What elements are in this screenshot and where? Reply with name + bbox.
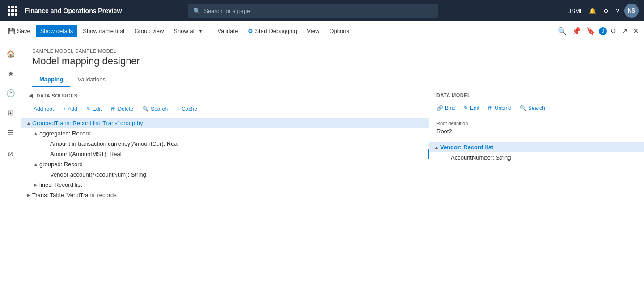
show-details-button[interactable]: Show details (36, 25, 78, 37)
cmd-separator-1 (210, 26, 210, 37)
tree-item-label: lines: Record list (39, 181, 425, 188)
root-def-value: Root2 (436, 128, 637, 135)
tree-toggle-icon: ▲ (433, 145, 440, 150)
tab-mapping[interactable]: Mapping (32, 72, 70, 87)
ds-panel-title: ◀ DATA SOURCES (21, 87, 429, 102)
tab-validations[interactable]: Validations (70, 72, 113, 87)
cmd-search-icon[interactable]: 🔍 (556, 25, 568, 37)
page-title: Model mapping designer (32, 55, 633, 67)
cmd-popout-icon[interactable]: ↗ (620, 25, 629, 37)
tree-item[interactable]: AccountNumber: String (429, 152, 644, 163)
sidebar-item-recent[interactable]: 🕐 (2, 84, 20, 102)
cmd-close-icon[interactable]: ✕ (631, 25, 640, 37)
data-model-panel: DATA MODEL 🔗 Bind ✎ Edit 🗑 Unbind (429, 87, 644, 299)
ds-search-icon: 🔍 (142, 106, 149, 112)
tree-item[interactable]: ▶ Trans: Table 'VendTrans' records (21, 190, 429, 200)
tree-item[interactable]: ▲ GroupedTrans: Record list 'Trans' grou… (21, 118, 429, 128)
cmd-refresh-icon[interactable]: ↺ (609, 25, 618, 37)
view-button[interactable]: View (302, 25, 324, 37)
cmd-bookmark-icon[interactable]: 🔖 (585, 25, 597, 37)
tree-item-label: grouped: Record (39, 161, 425, 168)
cmd-pin-icon[interactable]: 📌 (570, 25, 583, 37)
sidebar-filter-icon[interactable]: ⊘ (2, 145, 20, 163)
bind-button[interactable]: 🔗 Bind (433, 103, 459, 113)
cmd-badge: 0 (599, 27, 607, 35)
tree-item[interactable]: ▶ lines: Record list (21, 180, 429, 190)
add-root-button[interactable]: + Add root (25, 104, 57, 114)
group-view-button[interactable]: Group view (130, 25, 169, 37)
tree-item[interactable]: Amount in transaction currency(AmountCur… (21, 139, 429, 149)
tree-toggle-icon: ▲ (25, 121, 32, 126)
ds-search-button[interactable]: 🔍 Search (139, 104, 171, 114)
global-search[interactable]: 🔍 Search for a page (188, 4, 438, 18)
delete-button[interactable]: 🗑 Delete (107, 104, 137, 114)
tree-item-label: AccountNumber: String (451, 154, 640, 161)
add-icon: + (63, 106, 66, 112)
split-content: ◀ DATA SOURCES + Add root + Add ✎ Edit (21, 87, 644, 299)
tree-toggle-icon: ▶ (25, 193, 32, 198)
tree-toggle-icon: ▲ (32, 162, 39, 167)
unbind-button[interactable]: 🗑 Unbind (484, 103, 515, 113)
data-sources-panel: ◀ DATA SOURCES + Add root + Add ✎ Edit (21, 87, 429, 299)
save-icon: 💾 (8, 28, 15, 34)
page-header: SAMPLE MODEL SAMPLE MODEL Model mapping … (21, 41, 644, 87)
settings-icon[interactable]: ⚙ (602, 6, 610, 16)
search-icon: 🔍 (193, 8, 200, 14)
ds-collapse-button[interactable]: ◀ (29, 93, 33, 99)
ds-toolbar: + Add root + Add ✎ Edit 🗑 Delete (21, 102, 429, 116)
options-button[interactable]: Options (325, 25, 354, 37)
top-nav-right: USMF 🔔 ⚙ ? NS (567, 4, 639, 18)
ds-tree: ▲ GroupedTrans: Record list 'Trans' grou… (21, 116, 429, 299)
show-all-button[interactable]: Show all ▼ (169, 25, 207, 37)
dm-search-icon: 🔍 (520, 105, 526, 111)
content-area: SAMPLE MODEL SAMPLE MODEL Model mapping … (21, 41, 644, 299)
cache-button[interactable]: + Cache (173, 104, 201, 114)
start-debugging-button[interactable]: ⚙ Start Debugging (243, 25, 301, 37)
save-button[interactable]: 💾 Save (4, 25, 35, 37)
tree-item-label: aggregated: Record (39, 130, 425, 137)
root-def-label: Root definition (436, 121, 637, 126)
dm-tree: ▲ Vendor: Record list AccountNumber: Str… (429, 140, 644, 299)
tree-item[interactable]: ▲ aggregated: Record (21, 128, 429, 139)
dm-panel-title: DATA MODEL (429, 87, 644, 101)
tree-item-label: Amount in transaction currency(AmountCur… (50, 140, 425, 147)
dm-edit-icon: ✎ (464, 105, 468, 111)
show-name-first-button[interactable]: Show name first (78, 25, 129, 37)
cache-icon: + (177, 106, 180, 112)
add-root-icon: + (29, 106, 32, 112)
tree-toggle-icon: ▲ (32, 131, 39, 136)
tree-toggle-icon: ▶ (32, 182, 39, 187)
page-tabs: Mapping Validations (32, 72, 633, 87)
edit-icon: ✎ (86, 106, 91, 112)
app-title: Finance and Operations Preview (25, 7, 122, 14)
root-definition-section: Root definition Root2 (429, 115, 644, 140)
avatar[interactable]: NS (624, 4, 639, 18)
debug-icon: ⚙ (248, 28, 253, 34)
tree-item-label: Vendor account(AccountNum): String (50, 171, 425, 178)
sidebar-item-workspaces[interactable]: ⊞ (2, 104, 20, 122)
tree-item[interactable]: Amount(AmountMST): Real (21, 149, 429, 159)
tree-item-label: Trans: Table 'VendTrans' records (32, 192, 425, 198)
sidebar-item-home[interactable]: 🏠 (2, 45, 20, 63)
dm-edit-button[interactable]: ✎ Edit (460, 103, 483, 113)
add-button[interactable]: + Add (59, 104, 80, 114)
main-layout: 🏠 ★ 🕐 ⊞ ☰ ⊘ SAMPLE MODEL SAMPLE MODEL Mo… (0, 41, 644, 299)
sidebar-item-favorites[interactable]: ★ (2, 64, 20, 82)
tree-item[interactable]: ▲ Vendor: Record list (429, 142, 644, 152)
help-icon[interactable]: ? (614, 6, 621, 16)
search-placeholder: Search for a page (204, 8, 250, 14)
app-grid-button[interactable] (5, 4, 20, 18)
sidebar-item-list[interactable]: ☰ (2, 123, 20, 141)
dm-toolbar: 🔗 Bind ✎ Edit 🗑 Unbind 🔍 Search (429, 101, 644, 115)
tree-item-label: Amount(AmountMST): Real (50, 151, 425, 157)
user-label: USMF (567, 8, 584, 14)
left-sidebar: 🏠 ★ 🕐 ⊞ ☰ ⊘ (0, 41, 21, 299)
breadcrumb: SAMPLE MODEL SAMPLE MODEL (32, 48, 633, 54)
notifications-icon[interactable]: 🔔 (587, 6, 598, 16)
validate-button[interactable]: Validate (213, 25, 242, 37)
tree-item-label: GroupedTrans: Record list 'Trans' group … (32, 120, 425, 126)
dm-search-button[interactable]: 🔍 Search (516, 103, 549, 113)
edit-button[interactable]: ✎ Edit (83, 104, 106, 114)
tree-item[interactable]: ▲ grouped: Record (21, 159, 429, 169)
tree-item[interactable]: Vendor account(AccountNum): String (21, 169, 429, 180)
